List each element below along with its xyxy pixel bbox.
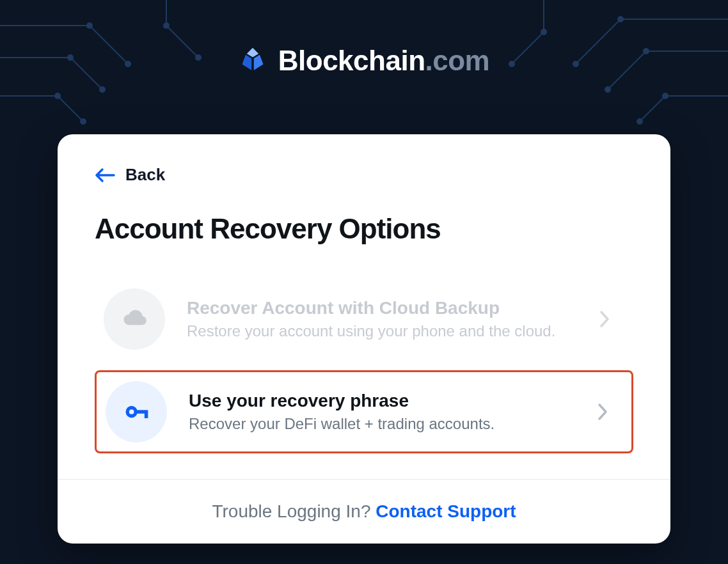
back-button[interactable]: Back [95, 165, 165, 185]
footer-trouble-text: Trouble Logging In? [212, 501, 376, 521]
svg-point-20 [129, 409, 134, 414]
option-recovery-phrase-subtitle: Recover your DeFi wallet + trading accou… [189, 415, 575, 433]
brand-logo-text: Blockchain.com [278, 45, 489, 77]
option-recovery-phrase-title: Use your recovery phrase [189, 391, 575, 411]
cloud-icon [104, 288, 165, 350]
brand-name: Blockchain [278, 45, 425, 76]
svg-point-10 [662, 93, 669, 99]
chevron-right-icon [599, 310, 610, 328]
card-footer: Trouble Logging In? Contact Support [58, 479, 670, 544]
brand-tld: .com [425, 45, 490, 76]
svg-point-3 [99, 86, 106, 93]
page-title: Account Recovery Options [95, 213, 633, 245]
back-label: Back [125, 165, 165, 185]
svg-point-11 [637, 118, 643, 125]
contact-support-link[interactable]: Contact Support [376, 501, 516, 521]
brand-logo-icon [239, 47, 267, 75]
svg-marker-16 [247, 48, 258, 58]
option-cloud-backup-subtitle: Restore your account using your phone an… [187, 322, 577, 340]
option-cloud-backup: Recover Account with Cloud Backup Restor… [95, 279, 633, 359]
option-recovery-phrase[interactable]: Use your recovery phrase Recover your De… [95, 370, 633, 453]
svg-rect-22 [145, 412, 148, 418]
recovery-options-list: Recover Account with Cloud Backup Restor… [95, 279, 633, 453]
chevron-right-icon [597, 403, 608, 421]
svg-marker-17 [242, 55, 251, 70]
brand-logo: Blockchain.com [0, 0, 728, 77]
svg-point-9 [605, 86, 611, 93]
arrow-left-icon [95, 168, 115, 183]
option-cloud-backup-title: Recover Account with Cloud Backup [187, 298, 577, 318]
svg-point-5 [80, 118, 86, 125]
svg-point-4 [54, 93, 61, 99]
key-icon [106, 381, 167, 443]
svg-marker-18 [254, 55, 264, 70]
recovery-card: Back Account Recovery Options Recover Ac… [58, 134, 670, 544]
